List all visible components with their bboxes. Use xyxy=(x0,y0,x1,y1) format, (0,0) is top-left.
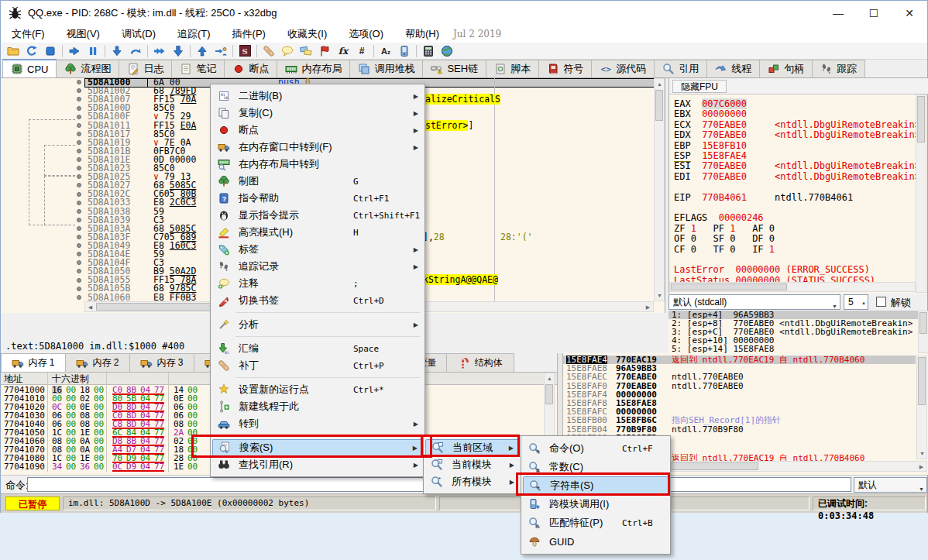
calculator-button[interactable] xyxy=(419,43,438,59)
register-line[interactable]: OF 0 SF 0 DF 0 xyxy=(674,234,775,244)
restart-button[interactable] xyxy=(22,43,41,59)
menu-item-当前区域[interactable]: 当前区域▶ xyxy=(425,439,519,456)
s-toggle-button[interactable]: S xyxy=(235,43,254,59)
stack-vscrollbar[interactable]: ▼ xyxy=(916,356,927,459)
tab-引用[interactable]: 引用 xyxy=(654,60,707,77)
close-button[interactable]: ✕ xyxy=(892,1,927,26)
menu-item-在内存布局中转到[interactable]: 在内存布局中转到 xyxy=(212,156,423,173)
menu-item-切换书签[interactable]: 切换书签Ctrl+D xyxy=(212,292,423,309)
arg-count-stepper[interactable]: 5 ▲▼ xyxy=(844,294,868,310)
menu-item-匹配特征(P)[interactable]: 匹配特征(P)Ctrl+B xyxy=(523,514,669,532)
bookmarks-button[interactable] xyxy=(315,43,334,59)
register-line[interactable]: EAX 007C6000 xyxy=(674,99,747,109)
tab-源代码[interactable]: <>源代码 xyxy=(591,60,655,77)
command-profile-select[interactable]: 默认▼ xyxy=(854,477,927,493)
register-line[interactable]: EIP 770B4061 ntdll.770B4061 xyxy=(674,193,853,203)
register-line[interactable]: EBX 00000000 xyxy=(674,109,747,119)
dump-tab-内存 1[interactable]: 内存 1 xyxy=(1,353,66,372)
registers-hscrollbar[interactable] xyxy=(669,282,916,292)
dump-tab-内存 3[interactable]: 内存 3 xyxy=(129,353,194,372)
menubar-item[interactable]: 帮助(H) xyxy=(394,26,450,43)
menu-item-制图[interactable]: 制图G xyxy=(212,173,423,190)
register-line[interactable]: EBP 15E8FB10 xyxy=(674,141,747,151)
menubar-item[interactable]: 调试(D) xyxy=(111,26,167,43)
tab-断点[interactable]: 断点 xyxy=(224,60,277,77)
register-line[interactable]: CF 0 TF 0 IF 1 xyxy=(674,245,775,255)
run-to-cursor-button[interactable] xyxy=(150,43,169,59)
menu-item-二进制(B)[interactable]: 0110二进制(B)▶ xyxy=(212,88,423,105)
run-to-user-code-button[interactable] xyxy=(211,43,230,59)
hide-fpu-button[interactable]: 隐藏FPU xyxy=(672,80,727,93)
menu-item-所有模块[interactable]: *所有模块▶ xyxy=(425,473,519,490)
menu-item-设置新的运行点[interactable]: 设置新的运行点Ctrl+* xyxy=(212,381,423,398)
arguments-vscrollbar[interactable] xyxy=(918,311,928,353)
tab-日志[interactable]: 日志 xyxy=(119,60,172,77)
menu-item-当前模块[interactable]: x当前模块▶ xyxy=(425,456,519,473)
registers-vscrollbar[interactable] xyxy=(916,94,926,293)
register-line[interactable]: EFLAGS 00000246 xyxy=(674,213,764,223)
tab-流程图[interactable]: 流程图 xyxy=(56,60,119,77)
calling-convention-select[interactable]: 默认 (stdcall)▼ xyxy=(669,294,840,310)
patches-button[interactable] xyxy=(259,43,278,59)
menu-item-补丁[interactable]: 补丁Ctrl+P xyxy=(212,357,423,374)
tab-CPU[interactable]: CPU xyxy=(2,59,57,77)
menu-item-高亮模式(H)[interactable]: 高亮模式(H)H xyxy=(212,224,423,241)
tab-内存布局[interactable]: 内存布局 xyxy=(277,60,350,77)
stack-row[interactable]: 15E8FB0015E8FB6C指向SEH_Record[1]的指针 xyxy=(563,416,916,424)
menubar-item[interactable]: 追踪(T) xyxy=(167,26,222,43)
step-into-button[interactable] xyxy=(108,43,126,59)
menu-item-注释[interactable]: 注释; xyxy=(212,275,423,292)
tab-调用堆栈[interactable]: 调用堆栈 xyxy=(349,60,423,77)
minimize-button[interactable]: — xyxy=(820,1,856,26)
tab-句柄[interactable]: 句柄 xyxy=(759,60,813,77)
strings-button[interactable]: Az xyxy=(376,43,395,59)
argument-list[interactable]: 1: [esp+4] 96A59BB32: [esp+8] 770EABE0 <… xyxy=(669,311,918,353)
menu-item-追踪记录[interactable]: 追踪记录▶ xyxy=(212,258,423,275)
functions-button[interactable]: fx xyxy=(334,43,352,59)
pause-button[interactable] xyxy=(84,43,102,59)
argument-row[interactable]: 5: [esp+14] 15E8FAE8 xyxy=(669,345,918,353)
disasm-vscrollbar[interactable]: ▲ ▼ xyxy=(654,78,665,301)
stack-row[interactable]: 15E8FAEC770EABE0ntdll.770EABE0 xyxy=(563,373,916,381)
tab-跟踪[interactable]: 跟踪 xyxy=(812,60,865,77)
maximize-button[interactable]: ☐ xyxy=(856,1,892,26)
tab-符号[interactable]: 符号 xyxy=(538,60,592,77)
tab-笔记[interactable]: 笔记 xyxy=(171,60,225,77)
step-out-button[interactable] xyxy=(193,43,211,59)
register-line[interactable]: ESP 15E8FAE4 xyxy=(674,151,747,161)
menu-item-搜索(S)[interactable]: 搜索(S)▶ xyxy=(212,439,423,456)
menu-item-新建线程于此[interactable]: 新建线程于此 xyxy=(212,398,423,415)
menubar-item[interactable]: 收藏夹(I) xyxy=(277,26,338,43)
menu-item-查找引用(R)[interactable]: 查找引用(R)▶ xyxy=(212,456,423,473)
register-line[interactable]: EDI 770EABE0 <ntdll.DbgUiRemoteBreakin> xyxy=(674,172,916,182)
labels-button[interactable] xyxy=(297,43,315,59)
intermodular-calls-button[interactable] xyxy=(395,43,414,59)
execute-till-return-button[interactable] xyxy=(169,43,187,59)
register-line[interactable]: ZF 1 PF 1 AF 0 xyxy=(674,224,775,234)
open-file-button[interactable] xyxy=(4,43,22,59)
menu-item-命令(O)[interactable]: >命令(O)Ctrl+F xyxy=(523,439,669,458)
menu-item-在内存窗口中转到(F)[interactable]: 在内存窗口中转到(F)▶ xyxy=(212,139,423,156)
tab-SEH链[interactable]: !SEH链 xyxy=(422,60,486,77)
stop-button[interactable] xyxy=(41,43,60,59)
menu-item-GUID[interactable]: GUID xyxy=(523,532,669,551)
menu-item-断点[interactable]: 断点▶ xyxy=(212,122,423,139)
menu-item-显示指令提示[interactable]: 显示指令提示Ctrl+Shift+F1 xyxy=(212,207,423,224)
crc-hash-button[interactable]: # xyxy=(352,43,371,59)
menu-item-跨模块调用(I)[interactable]: 跨模块调用(I) xyxy=(523,495,669,514)
step-over-button[interactable] xyxy=(126,43,145,59)
comments-button[interactable] xyxy=(278,43,297,59)
tab-线程[interactable]: 线程 xyxy=(706,60,760,77)
menu-item-指令帮助[interactable]: ?指令帮助Ctrl+F1 xyxy=(212,190,423,207)
menu-item-转到[interactable]: 转到▶ xyxy=(212,415,423,432)
register-line[interactable]: LastError 00000000 (ERROR_SUCCESS) xyxy=(674,265,870,275)
unlock-checkbox[interactable] xyxy=(876,297,886,307)
menubar-item[interactable]: 文件(F) xyxy=(1,26,56,43)
tab-脚本[interactable]: 脚本 xyxy=(486,60,539,77)
settings-globe-button[interactable] xyxy=(438,43,456,59)
menubar-item[interactable]: 插件(P) xyxy=(222,26,277,43)
menubar-item[interactable]: 选项(O) xyxy=(338,26,394,43)
run-button[interactable] xyxy=(65,43,84,59)
register-line[interactable]: ECX 770EABE0 <ntdll.DbgUiRemoteBreakin> xyxy=(674,120,916,130)
register-line[interactable]: ESI 770EABE0 <ntdll.DbgUiRemoteBreakin> xyxy=(674,161,916,171)
